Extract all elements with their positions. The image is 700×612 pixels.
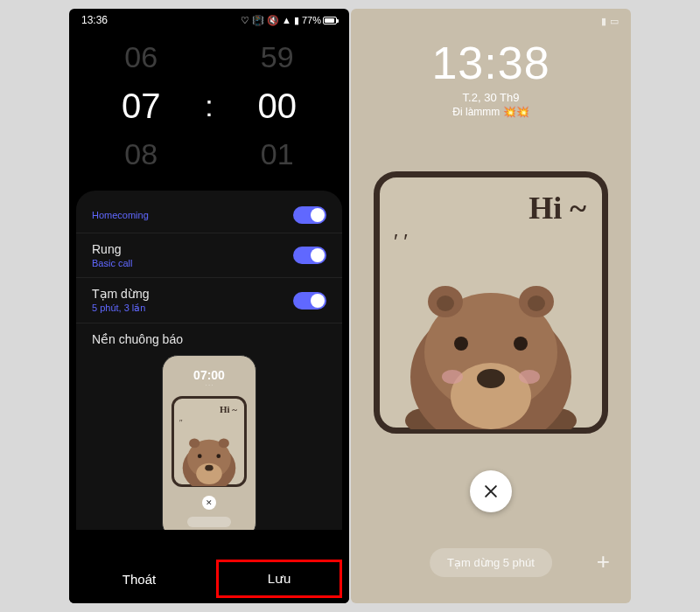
signal-icon: ▮ — [294, 15, 299, 26]
hour-next: 08 — [103, 132, 178, 177]
svg-point-17 — [454, 337, 468, 351]
minute-prev: 59 — [240, 35, 315, 80]
time-picker[interactable]: 06 07 08 : 59 00 01 — [69, 28, 349, 191]
mini-capy-frame: Hi ~ ′′ — [172, 396, 247, 487]
row-snooze-title: Tạm dừng — [92, 287, 149, 301]
exit-button-label: Thoát — [122, 572, 156, 587]
dismiss-alarm-button[interactable] — [470, 470, 512, 512]
svg-point-19 — [477, 369, 505, 388]
minute-current: 00 — [240, 80, 315, 132]
footer-bar: Thoát Lưu — [69, 554, 349, 603]
mini-close-icon: ✕ — [202, 496, 216, 510]
battery-indicator: 77% — [302, 15, 337, 25]
heart-icon: ♡ — [241, 15, 249, 26]
save-button[interactable]: Lưu — [209, 554, 349, 603]
hour-prev: 06 — [103, 35, 178, 80]
svg-point-18 — [514, 337, 528, 351]
wifi-icon: ▲ — [282, 15, 291, 25]
row-vibrate-sub: Basic call — [92, 258, 132, 268]
toggle-sound[interactable] — [293, 206, 326, 224]
svg-point-6 — [189, 439, 200, 449]
mini-hi-text: Hi ~ — [220, 404, 237, 414]
battery-text: 77% — [302, 15, 321, 25]
add-button[interactable]: + — [597, 548, 610, 575]
svg-point-7 — [219, 439, 229, 449]
minute-next: 01 — [240, 132, 315, 177]
hour-wheel[interactable]: 06 07 08 — [103, 35, 178, 177]
exit-button[interactable]: Thoát — [69, 554, 209, 603]
snooze-button-label: Tạm dừng 5 phút — [447, 556, 535, 569]
row-sound[interactable]: Homecoming — [76, 198, 342, 233]
battery-icon — [323, 17, 337, 24]
svg-point-5 — [205, 465, 213, 471]
alarm-background-label: Nền chuông báo — [76, 323, 342, 351]
close-icon — [482, 483, 500, 500]
lockscreen-reminder: Đi làmmm 💥💥 — [351, 106, 631, 118]
lockscreen-date: T.2, 30 Th9 — [351, 91, 631, 104]
capybara-icon — [395, 246, 587, 433]
row-vibrate-title: Rung — [92, 242, 132, 256]
svg-point-4 — [216, 454, 220, 458]
mini-sub: · · · — [163, 382, 256, 387]
alarm-editor-screen: 13:36 ♡ 📳 🔇 ▲ ▮ 77% 06 07 08 : 59 — [69, 9, 349, 603]
time-colon: : — [205, 89, 213, 123]
ls-battery-icon: ▭ — [610, 16, 619, 30]
alarm-settings-card: Homecoming Rung Basic call Tạm dừng 5 ph… — [76, 191, 342, 530]
hi-text: Hi ~ — [528, 190, 586, 226]
row-snooze-sub: 5 phút, 3 lần — [92, 303, 149, 314]
alarm-background-preview[interactable]: 07:00 · · · Hi ~ ′′ — [162, 355, 256, 530]
save-button-label: Lưu — [268, 571, 291, 587]
capybara-frame: Hi ~ ′ ′ — [374, 171, 608, 434]
svg-point-20 — [442, 370, 463, 384]
alarm-lockscreen-preview: ▮ ▭ 13:38 T.2, 30 Th9 Đi làmmm 💥💥 Hi ~ ′… — [351, 9, 631, 603]
row-sound-sub: Homecoming — [92, 210, 149, 220]
vibrate-icon: 📳 — [252, 15, 264, 26]
mini-time: 07:00 — [163, 368, 256, 382]
row-vibrate[interactable]: Rung Basic call — [76, 233, 342, 278]
status-icons: ♡ 📳 🔇 ▲ ▮ 77% — [241, 15, 337, 26]
status-bar: 13:36 ♡ 📳 🔇 ▲ ▮ 77% — [69, 9, 349, 28]
svg-point-3 — [198, 454, 202, 458]
lockscreen-status-bar: ▮ ▭ — [351, 9, 631, 30]
mini-snooze-pill — [187, 517, 231, 527]
row-snooze[interactable]: Tạm dừng 5 phút, 3 lần — [76, 278, 342, 323]
svg-point-15 — [437, 296, 454, 311]
lockscreen-clock: 13:38 T.2, 30 Th9 Đi làmmm 💥💥 — [351, 37, 631, 118]
svg-point-16 — [528, 296, 545, 311]
hour-current: 07 — [103, 80, 178, 132]
mini-capybara-icon — [177, 423, 242, 490]
minute-wheel[interactable]: 59 00 01 — [240, 35, 315, 177]
status-time: 13:36 — [81, 14, 108, 26]
mute-icon: 🔇 — [267, 15, 279, 26]
lockscreen-time: 13:38 — [351, 37, 631, 89]
toggle-snooze[interactable] — [293, 292, 326, 309]
snooze-button[interactable]: Tạm dừng 5 phút — [430, 548, 552, 577]
svg-point-21 — [519, 370, 540, 384]
plus-icon: + — [597, 548, 610, 574]
toggle-vibrate[interactable] — [293, 247, 326, 264]
ls-signal-icon: ▮ — [601, 16, 606, 30]
